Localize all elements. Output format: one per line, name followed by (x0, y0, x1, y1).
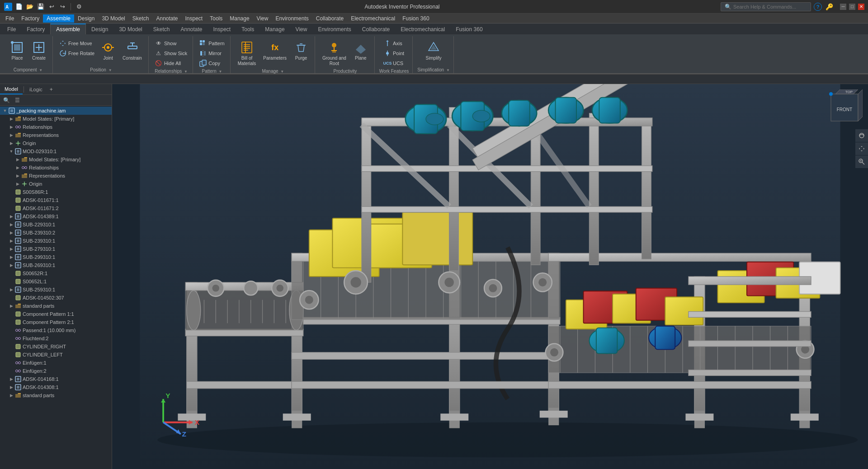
tree-item[interactable]: ▶Model States: [Primary] (0, 115, 112, 123)
tree-arrow[interactable]: ▶ (8, 116, 14, 122)
menu-item-environments[interactable]: Environments (272, 14, 312, 23)
mirror-btn[interactable]: Mirror (198, 49, 226, 58)
tree-arrow[interactable]: ▶ (8, 376, 14, 382)
tree-arrow[interactable]: ▶ (8, 286, 14, 293)
joint-btn[interactable]: Joint (98, 39, 118, 62)
close-btn[interactable]: ✕ (858, 4, 864, 10)
menu-item-electromechanical[interactable]: Electromechanical (347, 14, 399, 23)
menu-item-collaborate[interactable]: Collaborate (312, 14, 347, 23)
show-btn[interactable]: 👁 Show (153, 39, 189, 48)
tree-item[interactable]: ADSK-011671:1 (0, 196, 112, 204)
tree-item[interactable]: Fluchtend:2 (0, 334, 112, 342)
tree-item[interactable]: Einfügen:1 (0, 359, 112, 367)
tree-item[interactable]: ▶SUB-279310:1 (0, 245, 112, 253)
tree-arrow[interactable] (8, 335, 14, 342)
menu-item-assemble[interactable]: Assemble (43, 14, 74, 23)
tree-arrow[interactable]: ▶ (8, 132, 14, 138)
simplify-btn[interactable]: Simplify (423, 39, 444, 62)
tree-item[interactable]: ▶Origin (0, 180, 112, 188)
browser-search-btn[interactable]: 🔍 (2, 96, 11, 105)
tree-arrow[interactable]: ▶ (8, 140, 14, 146)
tree-item[interactable]: ▶SUB-229310:1 (0, 220, 112, 229)
menu-item-3d model[interactable]: 3D Model (98, 14, 128, 23)
tree-item[interactable]: Einfügen:2 (0, 367, 112, 375)
purge-btn[interactable]: Purge (291, 39, 311, 62)
tree-item[interactable]: ▶Representations (0, 172, 112, 180)
ribbon-tab-sketch[interactable]: Sketch (148, 24, 175, 34)
tree-item[interactable]: ▶ADSK-014168:1 (0, 375, 112, 383)
app-icon[interactable]: A (4, 2, 13, 11)
tree-item[interactable]: Component Pattern 1:1 (0, 310, 112, 318)
orbit-tool-btn[interactable] (855, 129, 868, 142)
tree-arrow[interactable] (8, 270, 14, 277)
open-btn[interactable]: 📂 (25, 2, 34, 11)
ribbon-tab-view[interactable]: View (290, 24, 313, 34)
maximize-btn[interactable]: □ (849, 4, 855, 10)
tree-item[interactable]: ▶Relationships (0, 164, 112, 172)
tree-arrow[interactable] (8, 319, 14, 325)
menu-item-fusion 360[interactable]: Fusion 360 (399, 14, 433, 23)
tree-item[interactable]: ▼_packing machine.iam (0, 107, 112, 115)
tree-arrow[interactable]: ▶ (8, 246, 14, 252)
tree-arrow[interactable]: ▶ (8, 254, 14, 260)
3d-viewport[interactable]: X Y Z FRONT TOP (112, 84, 868, 469)
search-input[interactable] (733, 4, 806, 9)
menu-item-view[interactable]: View (253, 14, 272, 23)
tree-item[interactable]: CYLINDER_RIGHT (0, 342, 112, 351)
menu-item-factory[interactable]: Factory (18, 14, 43, 23)
ribbon-tab-tools[interactable]: Tools (236, 24, 259, 34)
redo-btn[interactable]: ↪ (58, 2, 67, 11)
menu-item-design[interactable]: Design (74, 14, 98, 23)
bom-btn[interactable]: Bill of Materials (235, 39, 259, 68)
menu-item-sketch[interactable]: Sketch (129, 14, 153, 23)
tree-item[interactable]: ▶standard parts (0, 302, 112, 310)
tab-ilogic[interactable]: iLogic (25, 85, 47, 94)
tree-item[interactable]: ADSK-011671:2 (0, 204, 112, 212)
tree-arrow[interactable] (8, 189, 14, 195)
place-btn[interactable]: Place (7, 39, 27, 62)
tree-arrow[interactable] (8, 295, 14, 301)
ribbon-tab-fusion-360[interactable]: Fusion 360 (450, 24, 488, 34)
tree-item[interactable]: S00S86R:1 (0, 188, 112, 196)
settings-btn[interactable]: ⚙ (75, 2, 84, 11)
tree-arrow[interactable]: ▶ (14, 164, 21, 171)
menu-item-manage[interactable]: Manage (226, 14, 253, 23)
tree-arrow[interactable] (8, 343, 14, 350)
tree-arrow[interactable] (8, 197, 14, 203)
tree-item[interactable]: ▶SUB-239310:1 (0, 237, 112, 245)
tree-item[interactable]: ▶SUB-299310:1 (0, 253, 112, 261)
tree-arrow[interactable] (8, 368, 14, 374)
save-btn[interactable]: 💾 (36, 2, 45, 11)
tree-arrow[interactable]: ▶ (14, 181, 21, 187)
tree-arrow[interactable] (8, 205, 14, 211)
tree-item[interactable]: Passend:1 (10.000 mm) (0, 326, 112, 334)
tree-arrow[interactable]: ▶ (14, 173, 21, 179)
tree-item[interactable]: ▶SUB-259310:1 (0, 286, 112, 294)
tree-item[interactable]: ▶ADSK-014389:1 (0, 212, 112, 220)
new-btn[interactable]: 📄 (14, 2, 24, 11)
tree-arrow[interactable]: ▶ (14, 156, 21, 163)
add-tab-btn[interactable]: + (47, 84, 56, 94)
ribbon-tab-inspect[interactable]: Inspect (208, 24, 236, 34)
create-btn[interactable]: Create (29, 39, 49, 62)
show-sick-btn[interactable]: ⚠ Show Sick (153, 49, 189, 58)
tree-arrow[interactable] (8, 352, 14, 358)
tree-arrow[interactable]: ▶ (8, 221, 14, 228)
ribbon-tab-3d-model[interactable]: 3D Model (113, 24, 147, 34)
menu-item-inspect[interactable]: Inspect (182, 14, 207, 23)
tree-item[interactable]: ▼MOD-029310:1 (0, 147, 112, 155)
menu-item-annotate[interactable]: Annotate (152, 14, 181, 23)
ucs-btn[interactable]: UCS UCS (382, 59, 406, 68)
ribbon-tab-file[interactable]: File (2, 24, 21, 34)
tree-item[interactable]: ▶Origin (0, 139, 112, 147)
tree-arrow[interactable]: ▶ (8, 213, 14, 220)
help-icon[interactable]: ? (814, 3, 822, 11)
constrain-btn[interactable]: Constrain (120, 39, 145, 62)
axis-btn[interactable]: Axis (382, 39, 406, 48)
tree-item[interactable]: ▶SUB-269310:1 (0, 261, 112, 269)
plane-btn[interactable]: Plane (351, 39, 371, 62)
tree-arrow[interactable]: ▶ (8, 238, 14, 244)
tree-item[interactable]: ▶ADSK-014308:1 (0, 383, 112, 391)
ground-root-btn[interactable]: Ground and Root (320, 39, 349, 68)
undo-btn[interactable]: ↩ (47, 2, 56, 11)
